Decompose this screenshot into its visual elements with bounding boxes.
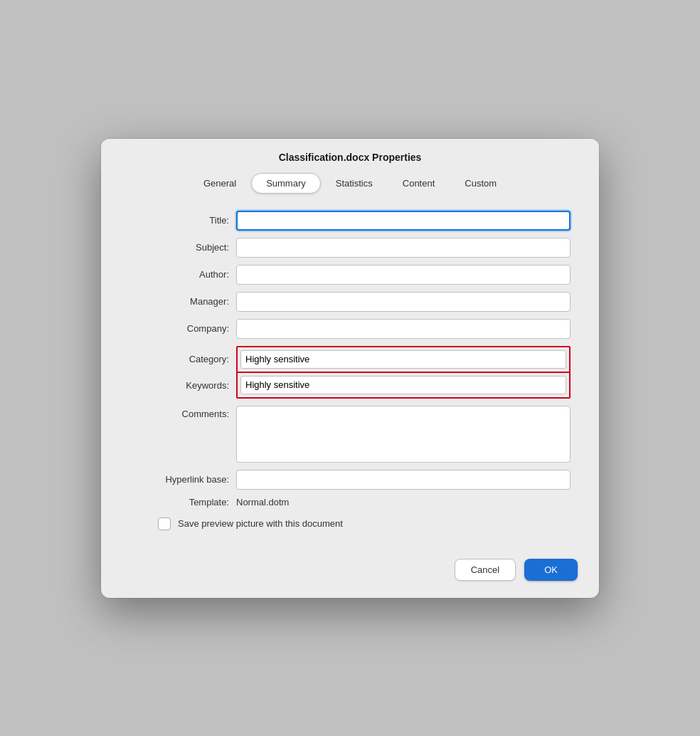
subject-input[interactable]: [236, 238, 571, 258]
keywords-row: Keywords:: [129, 372, 571, 399]
tab-content[interactable]: Content: [388, 173, 450, 194]
manager-label: Manager:: [129, 296, 236, 307]
cancel-button[interactable]: Cancel: [455, 559, 516, 581]
manager-input[interactable]: [236, 292, 571, 312]
keywords-input[interactable]: [240, 376, 566, 394]
comments-row: Comments:: [129, 406, 571, 463]
hyperlink-row: Hyperlink base:: [129, 470, 571, 490]
tab-summary[interactable]: Summary: [251, 173, 321, 194]
hyperlink-input[interactable]: [236, 470, 571, 490]
keywords-label: Keywords:: [129, 380, 236, 391]
preview-checkbox[interactable]: [158, 517, 171, 530]
company-row: Company:: [129, 319, 571, 339]
template-value: Normal.dotm: [236, 497, 289, 508]
ok-button[interactable]: OK: [524, 559, 578, 581]
dialog-title: Classification.docx Properties: [101, 139, 599, 173]
checkbox-row: Save preview picture with this document: [129, 517, 571, 530]
company-label: Company:: [129, 323, 236, 334]
title-label: Title:: [129, 215, 236, 226]
tab-custom[interactable]: Custom: [450, 173, 511, 194]
category-row: Category:: [129, 346, 571, 372]
category-input[interactable]: [240, 350, 566, 369]
properties-dialog: Classification.docx Properties General S…: [101, 139, 599, 598]
subject-label: Subject:: [129, 242, 236, 253]
category-label: Category:: [129, 354, 236, 364]
comments-input[interactable]: [236, 406, 571, 463]
tab-bar: General Summary Statistics Content Custo…: [101, 173, 599, 204]
tab-general[interactable]: General: [189, 173, 251, 194]
form-content: Title: Subject: Author: Manager: Company…: [101, 204, 599, 552]
dialog-footer: Cancel OK: [101, 552, 599, 581]
checkbox-label: Save preview picture with this document: [178, 518, 343, 529]
hyperlink-label: Hyperlink base:: [129, 474, 236, 485]
title-input[interactable]: [236, 211, 571, 231]
author-label: Author:: [129, 269, 236, 280]
template-row: Template: Normal.dotm: [129, 497, 571, 508]
company-input[interactable]: [236, 319, 571, 339]
author-input[interactable]: [236, 265, 571, 285]
subject-row: Subject:: [129, 238, 571, 258]
tab-statistics[interactable]: Statistics: [321, 173, 388, 194]
manager-row: Manager:: [129, 292, 571, 312]
comments-label: Comments:: [129, 406, 236, 419]
template-label: Template:: [129, 497, 236, 508]
title-row: Title:: [129, 211, 571, 231]
author-row: Author:: [129, 265, 571, 285]
